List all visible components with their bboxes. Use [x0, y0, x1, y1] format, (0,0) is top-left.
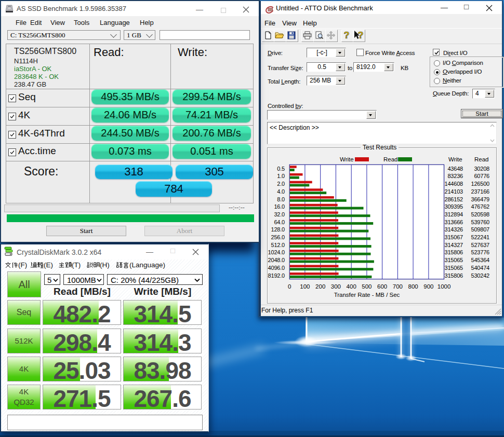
svg-text:512.0: 512.0 [271, 242, 285, 248]
svg-text:200: 200 [315, 283, 325, 290]
svg-text:476762: 476762 [471, 203, 489, 210]
svg-text:286152: 286152 [444, 196, 463, 202]
svg-text:314327: 314327 [444, 242, 463, 248]
svg-text:214103: 214103 [444, 188, 463, 195]
svg-text:400: 400 [347, 283, 356, 290]
svg-text:539760: 539760 [471, 219, 489, 225]
svg-text:64.0: 64.0 [274, 219, 285, 225]
svg-text:237166: 237166 [471, 188, 489, 195]
svg-text:545364: 545364 [471, 257, 489, 263]
svg-text:1.0: 1.0 [277, 173, 285, 179]
svg-text:800: 800 [408, 283, 418, 290]
svg-text:300: 300 [331, 283, 341, 290]
svg-text:2048.0: 2048.0 [268, 257, 285, 263]
svg-text:128.0: 128.0 [271, 226, 285, 233]
svg-text:43648: 43648 [447, 166, 463, 172]
svg-text:312894: 312894 [444, 211, 463, 217]
svg-text:144608: 144608 [444, 181, 463, 187]
svg-text:315065: 315065 [444, 265, 463, 271]
svg-text:500: 500 [362, 283, 372, 290]
svg-text:32.0: 32.0 [274, 211, 285, 217]
svg-text:314326: 314326 [444, 226, 463, 233]
svg-text:527637: 527637 [471, 242, 489, 248]
svg-text:8.0: 8.0 [277, 196, 285, 202]
svg-text:313666: 313666 [444, 219, 463, 225]
svg-text:309395: 309395 [444, 203, 463, 210]
svg-text:16.0: 16.0 [274, 203, 285, 210]
svg-text:Transfer Rate - MB / Sec: Transfer Rate - MB / Sec [334, 292, 400, 298]
svg-text:315806: 315806 [444, 249, 463, 255]
svg-text:0.5: 0.5 [277, 166, 285, 172]
svg-text:530242: 530242 [471, 272, 489, 279]
svg-text:126500: 126500 [471, 181, 489, 187]
svg-text:1024.0: 1024.0 [268, 249, 285, 255]
svg-text:315065: 315065 [444, 257, 463, 263]
svg-text:520598: 520598 [471, 211, 489, 217]
svg-text:600: 600 [377, 283, 387, 290]
svg-text:1000: 1000 [437, 283, 451, 290]
svg-text:366479: 366479 [471, 196, 489, 202]
svg-text:0: 0 [288, 283, 291, 290]
svg-text:100: 100 [300, 283, 310, 290]
svg-text:2.0: 2.0 [277, 181, 285, 187]
svg-text:60776: 60776 [474, 173, 489, 179]
svg-text:30208: 30208 [474, 166, 489, 172]
svg-text:83236: 83236 [447, 173, 463, 179]
svg-text:900: 900 [423, 283, 433, 290]
svg-text:315067: 315067 [444, 234, 463, 240]
svg-text:700: 700 [393, 283, 403, 290]
svg-text:315806: 315806 [444, 272, 463, 279]
svg-text:522241: 522241 [471, 234, 489, 240]
svg-text:4.0: 4.0 [277, 188, 285, 195]
svg-text:8192.0: 8192.0 [268, 272, 285, 279]
svg-text:4096.0: 4096.0 [268, 265, 285, 271]
svg-text:509807: 509807 [471, 226, 489, 233]
svg-text:540474: 540474 [471, 265, 489, 271]
svg-text:256.0: 256.0 [271, 234, 285, 240]
svg-text:523776: 523776 [471, 249, 489, 255]
